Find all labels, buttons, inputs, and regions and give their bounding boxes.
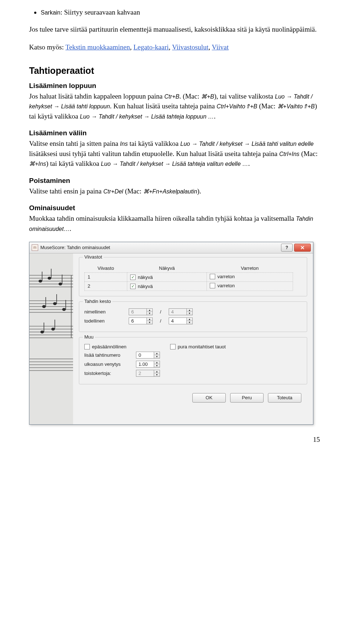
menu-path: Luo → Tahdit / kehykset → Lisää tahteja … [80,113,214,120]
spin-down-icon[interactable]: ▼ [187,321,192,324]
close-icon [300,246,305,249]
label-lisaa-tahtinumero: lisää tahtinumero [84,352,132,358]
svg-point-25 [59,283,62,285]
col-varreton: Varreton [207,264,293,273]
paragraph-sec1: Jos haluat lisätä tahdin kappaleen loppu… [29,91,320,121]
dialog-preview-image [29,253,73,424]
svg-point-31 [62,308,66,311]
paragraph-sec2: Valitse ensin tahti ja sitten paina Ins … [29,139,320,169]
checkbox-nakyva-1[interactable]: ✓näkyvä [130,275,153,280]
svg-point-29 [53,302,57,305]
group-legend: Muu [83,334,95,340]
group-viivastot: Viivastot Viivasto Näkyvä Varreton 1 ✓nä… [79,257,307,296]
kbd: ⌘+B [201,93,214,100]
menu-path: Luo → Tahdit / kehykset → Lisää tahteja … [101,161,248,167]
dialog-tahdin-ominaisuudet: m MuseScore: Tahdin ominaisuudet ? [29,242,313,425]
apply-button[interactable]: Toteuta [268,393,301,403]
spin-down-icon[interactable]: ▼ [147,321,152,324]
spin-nominal-num: 6▲▼ [129,308,153,315]
spin-ulkoasun-venytys[interactable]: 1.00▲▼ [136,361,160,368]
svg-rect-24 [51,269,52,278]
cell-stave-num: 1 [85,272,127,281]
svg-rect-32 [65,300,66,309]
svg-point-27 [42,305,46,308]
group-tahdin-kesto: Tahdin kesto nimellinen 6▲▼ / 4▲▼ todell… [79,301,307,332]
kbd: Ctr+B [164,93,179,100]
heading-lisaaminen-loppuun: Lisääminen loppuun [29,82,320,90]
spin-down-icon[interactable]: ▼ [154,373,160,376]
link-viivastosulut[interactable]: Viivastosulut [172,43,208,51]
kbd: Ctrl+Ins [279,151,300,157]
spin-up-icon[interactable]: ▲ [187,318,192,321]
slash: / [160,309,161,315]
spin-up-icon[interactable]: ▲ [147,309,152,312]
heading-ominaisuudet: Ominaisuudet [29,204,320,212]
help-button[interactable]: ? [281,244,293,252]
svg-rect-34 [44,323,44,332]
heading-poistaminen: Poistaminen [29,177,320,185]
cell-stave-num: 2 [85,281,127,291]
dialog-titlebar[interactable]: m MuseScore: Tahdin ominaisuudet ? [29,242,313,253]
menu-path: Luo → Tahdit / kehykset → Lisää tahti va… [180,141,314,147]
spin-up-icon[interactable]: ▲ [154,352,160,355]
checkbox-epasaannollinen[interactable]: epäsäännöllinen [84,344,127,349]
close-button[interactable] [294,244,311,252]
dialog-title: MuseScore: Tahdin ominaisuudet [40,245,280,250]
spin-actual-den[interactable]: 4▲▼ [169,317,193,324]
svg-point-33 [40,331,44,333]
link-tekstin-muokkaaminen[interactable]: Tekstin muokkaaminen [65,43,130,51]
spin-toistokertoja: 2▲▼ [136,370,160,377]
svg-point-23 [48,277,51,280]
svg-rect-36 [55,320,55,329]
checkbox-varreton-2[interactable]: varreton [210,283,235,288]
svg-rect-0 [29,253,73,424]
link-viivat[interactable]: Viivat [212,43,229,51]
svg-rect-22 [42,272,43,281]
slash: / [160,318,161,324]
checkbox-nakyva-2[interactable]: ✓näkyvä [130,284,153,289]
key-name: Sarkain [41,9,60,16]
group-muu: Muu epäsäännöllinen pura monitahtiset ta… [79,337,307,384]
page-number: 15 [29,436,320,444]
kbd: ⌘+Ins [29,161,46,167]
spin-down-icon[interactable]: ▼ [154,355,160,358]
heading-tahtioperaatiot: Tahtioperaatiot [29,65,320,76]
spin-nominal-den: 4▲▼ [169,308,193,315]
cancel-button[interactable]: Peru [230,393,264,403]
col-viivasto: Viivasto [85,264,127,273]
spin-up-icon[interactable]: ▲ [154,361,160,364]
label-toistokertoja: toistokertoja: [84,371,132,376]
label-ulkoasun-venytys: ulkoasun venytys [84,361,132,367]
checkbox-varreton-1[interactable]: varreton [210,274,235,279]
group-legend: Tahdin kesto [83,299,112,304]
spin-up-icon[interactable]: ▲ [154,370,160,373]
bullet-text: : Siirtyy seuraavaan kahvaan [60,8,140,16]
paragraph-sec3: Valitse tahti ensin ja paina Ctr+Del (Ma… [29,186,320,196]
paragraph-intro: Jos tulee tarve siirtää partituurin elem… [29,24,320,35]
spin-up-icon[interactable]: ▲ [147,318,152,321]
table-row: 1 ✓näkyvä varreton [85,272,293,281]
label-nimellinen: nimellinen [84,309,124,315]
kbd: Ins [120,141,128,147]
spin-down-icon[interactable]: ▼ [187,312,192,315]
spin-down-icon[interactable]: ▼ [147,312,152,315]
svg-rect-30 [56,294,57,304]
checkbox-pura-monitahtiset[interactable]: pura monitahtiset tauot [170,344,226,349]
kbd: Ctrl+Vaihto⇑+B [217,103,257,109]
kbd: ⌘+Fn+Askelpalautin [143,188,197,195]
svg-rect-28 [45,297,46,307]
link-legato-kaari[interactable]: Legato-kaari [133,43,169,51]
spin-actual-num[interactable]: 6▲▼ [129,317,153,324]
svg-point-21 [39,280,42,283]
heading-lisaaminen-valiin: Lisääminen väliin [29,129,320,137]
staves-table: Viivasto Näkyvä Varreton 1 ✓näkyvä varre… [84,264,293,291]
list-item: Sarkain: Siirtyy seuraavaan kahvaan [41,7,320,18]
kbd: Ctr+Del [103,188,123,195]
table-row: 2 ✓näkyvä varreton [85,281,293,291]
svg-rect-26 [62,275,63,284]
app-icon: m [32,244,38,251]
spin-up-icon[interactable]: ▲ [187,309,192,312]
ok-button[interactable]: OK [192,393,226,403]
spin-down-icon[interactable]: ▼ [154,364,160,367]
spin-lisaa-tahtinumero[interactable]: 0▲▼ [136,352,160,359]
